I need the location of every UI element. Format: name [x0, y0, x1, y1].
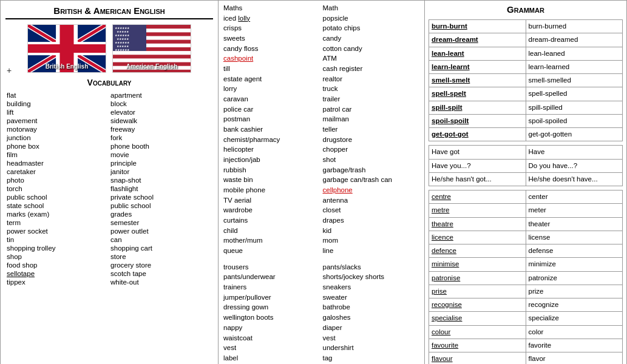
spelling-british-cell: flavour — [429, 352, 526, 365]
mid-american-item: chopper — [323, 144, 420, 155]
spelling-british-cell: centre — [429, 190, 526, 204]
spelling-british-cell: specialise — [429, 312, 526, 325]
spelling-american-cell: minimize — [526, 258, 623, 271]
mid-british-item: estate agent — [223, 74, 320, 84]
vocab-american-item: scotch tape — [110, 270, 146, 277]
vocab-american-item: snap-shot — [110, 177, 141, 184]
mid-british-item: trainers — [223, 282, 320, 292]
mid-american-item: bathrobe — [323, 302, 420, 312]
us-flag-wrapper: ★★★★★★ ★★★★★ ★★★★★★ ★★★★★ ★★★★★★ ★★★★★ ★… — [112, 24, 191, 73]
mid-british-item: label — [223, 353, 320, 363]
irregular-verb-cell: lean-leant — [429, 47, 526, 60]
mid-british-item: waste bin — [223, 175, 320, 185]
mid-british-item: helicopter — [223, 144, 320, 155]
mid-american-item: ATM — [323, 53, 420, 64]
vocab-british-item: pavement — [7, 117, 38, 124]
svg-rect-5 — [113, 58, 191, 62]
vocab-british-item: tippex — [7, 278, 25, 286]
vocab-british-item: lift — [7, 109, 14, 116]
vocab-row: sellotapescotch tape — [5, 269, 213, 278]
vocab-row: public schoolprivate school — [5, 193, 213, 201]
mid-british-item — [223, 256, 320, 262]
vocab-british-item: shopping trolley — [7, 244, 56, 252]
vocab-british-cell: caretaker — [5, 167, 109, 176]
spelling-british-cell: colour — [429, 325, 526, 339]
vocab-row: motorwayfreeway — [5, 125, 213, 133]
mid-british-item: nappy — [223, 323, 320, 333]
mid-american-item: line — [323, 246, 420, 256]
mid-american-item: truck — [323, 84, 420, 94]
vocab-american-item: freeway — [110, 126, 135, 133]
vocab-row: food shopgrocery store — [5, 261, 213, 269]
mid-american-item: mailman — [323, 114, 420, 124]
mid-british-item: queue — [223, 246, 320, 256]
mid-british-item: child — [223, 226, 320, 236]
mid-british-item: sweets — [223, 33, 320, 44]
mid-british-item: wellington boots — [223, 312, 320, 323]
mid-british-col: Mathsiced lollycrispssweetscandy flossca… — [222, 3, 322, 364]
vocabulary-table: flatapartmentbuildingblockliftelevatorpa… — [5, 91, 213, 286]
mid-british-item: mobile phone — [223, 185, 320, 195]
spelling-row: theatretheater — [429, 217, 623, 231]
vocab-row: power socketpower outlet — [5, 227, 213, 235]
spelling-american-cell: specialize — [526, 312, 623, 325]
mid-american-item: trailer — [323, 94, 420, 104]
mid-american-item: undershirt — [323, 343, 420, 353]
mid-american-item: kid — [323, 226, 420, 236]
vocab-american-item: block — [110, 100, 127, 107]
mid-american-item: teller — [323, 124, 420, 135]
vocab-row: filmmovie — [5, 150, 213, 159]
mid-british-item: jumper/pullover — [223, 292, 320, 303]
vocab-british-cell: lift — [5, 108, 109, 116]
vocab-british-item: food shop — [7, 261, 38, 269]
vocab-american-cell: snap-shot — [109, 176, 213, 184]
vocab-american-cell: shopping cart — [109, 244, 213, 252]
vocab-british-cell: torch — [5, 184, 109, 193]
spelling-british-cell: prise — [429, 285, 526, 298]
mid-american-item: drapes — [323, 215, 420, 226]
vocab-british-item: public school — [7, 194, 47, 201]
vocab-american-item: power outlet — [110, 228, 149, 235]
spelling-row: defencedefense — [429, 244, 623, 258]
mid-american-item: diaper — [323, 323, 420, 333]
vocab-american-item: shopping cart — [110, 244, 152, 252]
spelling-british-cell: licence — [429, 231, 526, 244]
vocab-british-cell: film — [5, 150, 109, 159]
spelling-american-cell: defense — [526, 244, 623, 258]
mid-british-item: mother/mum — [223, 235, 320, 246]
vocab-row: tippexwhite-out — [5, 278, 213, 286]
vocab-row: phone boxphone booth — [5, 142, 213, 150]
vocab-british-cell: shopping trolley — [5, 244, 109, 252]
have-got-american-cell: Have — [526, 146, 623, 159]
have-got-american-cell: He/she doesn't have... — [526, 172, 623, 186]
mid-american-item: garbage/trash — [323, 165, 420, 175]
spelling-american-cell: theater — [526, 217, 623, 231]
mid-american-item: cellphone — [323, 185, 420, 195]
vocab-british-cell: photo — [5, 176, 109, 184]
left-section: British & American English + — [0, 0, 219, 364]
vocab-british-item: film — [7, 151, 18, 158]
irregular-verb-row: spell-speltspell-spelled — [429, 87, 623, 101]
vocab-row: tincan — [5, 235, 213, 244]
vocab-american-item: can — [110, 236, 122, 243]
vocab-row: buildingblock — [5, 99, 213, 108]
irregular-verb-cell: spell-spelt — [429, 87, 526, 101]
vocab-american-cell: fork — [109, 133, 213, 142]
vocab-british-item: sellotape — [7, 270, 35, 277]
mid-british-item: trousers — [223, 262, 320, 272]
spelling-british-cell: metre — [429, 204, 526, 217]
vocab-row: photosnap-shot — [5, 176, 213, 184]
spelling-british-cell: theatre — [429, 217, 526, 231]
have-got-row: Have you...?Do you have...? — [429, 159, 623, 172]
vocab-british-item: motorway — [7, 126, 37, 133]
vocab-row: termsemester — [5, 218, 213, 227]
us-flag: ★★★★★★ ★★★★★ ★★★★★★ ★★★★★ ★★★★★★ ★★★★★ ★… — [112, 24, 191, 73]
vocab-british-item: tin — [7, 236, 14, 243]
vocab-british-cell: term — [5, 218, 109, 227]
mid-american-item: Math — [323, 3, 420, 13]
vocab-british-item: marks (exam) — [7, 211, 49, 218]
vocab-american-cell: apartment — [109, 91, 213, 99]
mid-british-item: police car — [223, 104, 320, 115]
irregular-verb-cell: spill-spilled — [526, 101, 623, 114]
mid-british-item: iced lolly — [223, 13, 320, 24]
